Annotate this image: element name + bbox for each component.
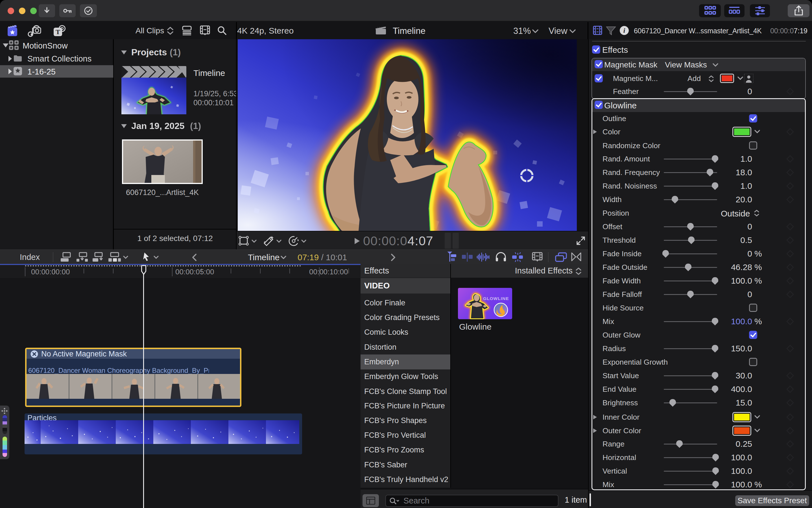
svg-text:i: i (623, 27, 625, 34)
svg-text:GLOWLINE: GLOWLINE (483, 296, 509, 301)
svg-text:00:00:10:00: 00:00:10:00 (309, 267, 348, 276)
svg-text:00:00:00:00: 00:00:00:00 (31, 267, 70, 276)
svg-text:00:00:05:00: 00:00:05:00 (175, 267, 214, 276)
svg-text:T: T (55, 28, 60, 36)
